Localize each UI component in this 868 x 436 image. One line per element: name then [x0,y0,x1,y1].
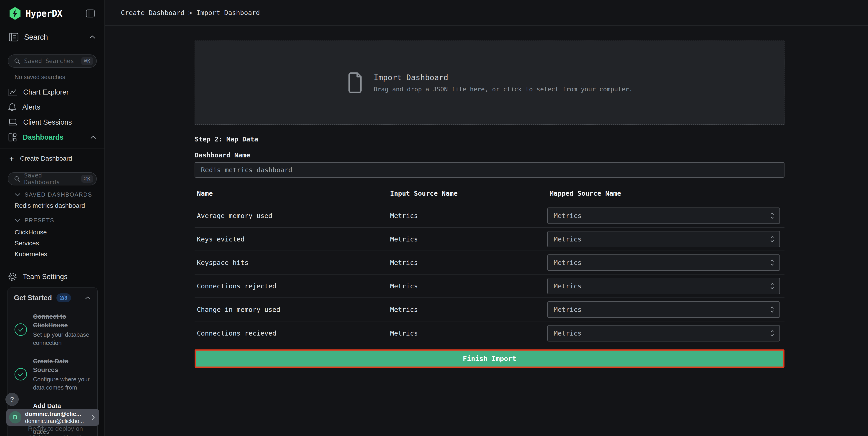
column-header-mapped-source: Mapped Source Name [547,190,784,197]
saved-searches-input[interactable]: Saved Searches ⌘K [8,54,97,68]
get-started-item-sources[interactable]: Create Data Sources Configure where your… [14,357,91,391]
column-header-name: Name [194,190,388,197]
shortcut-badge: ⌘K [81,175,93,183]
select-chevrons-icon [770,282,775,290]
sidebar: HyperDX Search [0,0,105,436]
search-icon [14,58,21,64]
finish-import-button[interactable]: Finish Import [194,349,784,368]
bell-icon [8,103,17,112]
sidebar-divider [0,148,104,149]
table-row: Keyspace hits Metrics Metrics [194,251,784,274]
nav-label: Dashboards [23,133,85,142]
row-name: Connections rejected [194,282,388,290]
mapped-source-select[interactable]: Metrics [547,325,780,342]
app-window: HyperDX Search [0,0,868,436]
mapped-source-value: Metrics [554,259,770,266]
table-row: Average memory used Metrics Metrics [194,204,784,228]
preset-item-kubernetes[interactable]: Kubernetes [14,249,104,260]
dashboard-name-label: Dashboard Name [194,151,784,159]
dashboards-icon [8,133,17,142]
get-started-item-title: Connect to ClickHouse [33,312,91,330]
row-name: Keys evicted [194,235,388,243]
chevron-right-icon [91,414,95,421]
mapped-source-select[interactable]: Metrics [547,231,780,248]
user-name: dominic.tran@clic... [25,410,87,417]
saved-dashboards-input[interactable]: Saved Dashboards ⌘K [8,172,97,185]
mapped-source-select[interactable]: Metrics [547,278,780,294]
team-settings-button[interactable]: Team Settings [0,269,104,284]
row-input-source: Metrics [388,259,547,266]
mapped-source-value: Metrics [554,306,770,314]
row-input-source: Metrics [388,306,547,314]
plus-icon: + [8,155,16,163]
get-started-header[interactable]: Get Started 2/3 [14,293,91,302]
dashboard-name-input[interactable]: Redis metrics dashboard [194,162,784,178]
import-dashboard-content: Import Dashboard Drag and drop a JSON fi… [194,26,784,368]
create-dashboard-label: Create Dashboard [20,155,72,162]
saved-dashboard-item[interactable]: Redis metrics dashboard [14,202,104,209]
preset-item-services[interactable]: Services [14,238,104,249]
sidebar-item-dashboards[interactable]: Dashboards [0,130,104,145]
dropzone-subtitle: Drag and drop a JSON file here, or click… [374,86,633,93]
progress-badge: 2/3 [57,293,71,302]
chevron-up-icon [90,135,97,139]
file-icon [346,72,364,93]
preset-item-clickhouse[interactable]: ClickHouse [14,227,104,238]
table-header-row: Name Input Source Name Mapped Source Nam… [194,183,784,204]
group-label: PRESETS [25,217,54,224]
chevron-up-icon [85,296,91,300]
dashboard-name-value: Redis metrics dashboard [201,166,292,174]
mapped-source-select[interactable]: Metrics [547,255,780,271]
chevron-down-icon [14,193,21,197]
app-logo[interactable]: HyperDX [9,7,62,20]
hyperdx-logo-icon [9,7,21,20]
user-email: dominic.tran@clickho... [25,417,87,425]
app-title: HyperDX [26,8,62,19]
table-row: Change in memory used Metrics Metrics [194,298,784,321]
saved-dashboards-group-header[interactable]: SAVED DASHBOARDS [14,191,104,198]
table-row: Connections recieved Metrics Metrics [194,321,784,345]
get-started-item-connect[interactable]: Connect to ClickHouse Set up your databa… [14,312,91,347]
get-started-footer: Ready to deploy on ClickHouse Cloud? [28,424,96,436]
sidebar-collapse-icon[interactable] [85,8,96,19]
saved-searches-placeholder: Saved Searches [24,58,78,64]
help-button[interactable]: ? [5,393,19,406]
presets-group-header[interactable]: PRESETS [14,217,104,224]
sidebar-item-alerts[interactable]: Alerts [0,100,104,115]
sidebar-item-chart-explorer[interactable]: Chart Explorer [0,85,104,100]
table-row: Keys evicted Metrics Metrics [194,228,784,251]
footer-line: ClickHouse Cloud? [28,433,96,436]
dropzone-title: Import Dashboard [374,73,633,82]
sidebar-item-client-sessions[interactable]: Client Sessions [0,115,104,130]
team-settings-label: Team Settings [23,273,67,281]
mapping-table-body: Average memory used Metrics Metrics Keys… [194,204,784,345]
nav-label: Alerts [22,103,97,111]
mapped-source-value: Metrics [554,282,770,290]
presets-list: ClickHouse Services Kubernetes [14,227,104,260]
group-label: SAVED DASHBOARDS [25,191,92,198]
user-account-chip[interactable]: D dominic.tran@clic... dominic.tran@clic… [6,409,99,426]
topbar: Create Dashboard > Import Dashboard [105,0,868,26]
shortcut-badge: ⌘K [81,57,93,65]
nav-label: Client Sessions [23,118,97,126]
select-chevrons-icon [770,235,775,243]
json-file-dropzone[interactable]: Import Dashboard Drag and drop a JSON fi… [194,40,784,125]
mapped-source-select[interactable]: Metrics [547,301,780,318]
select-chevrons-icon [770,211,775,220]
create-dashboard-button[interactable]: + Create Dashboard [0,151,104,166]
select-chevrons-icon [770,258,775,267]
row-name: Keyspace hits [194,259,388,266]
gear-icon [8,272,17,282]
sidebar-section-search[interactable]: Search [0,27,104,48]
row-input-source: Metrics [388,282,547,290]
mapped-source-value: Metrics [554,235,770,243]
laptop-icon [8,118,18,127]
get-started-item-title: Create Data Sources [33,357,91,374]
check-circle-icon [14,357,28,391]
row-input-source: Metrics [388,235,547,243]
mapped-source-select[interactable]: Metrics [547,207,780,224]
row-name: Connections recieved [194,329,388,337]
sidebar-logo-row: HyperDX [0,0,104,27]
select-chevrons-icon [770,305,775,314]
chevron-down-icon [14,219,21,222]
